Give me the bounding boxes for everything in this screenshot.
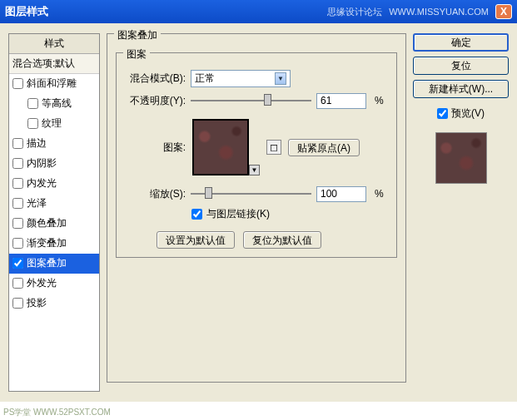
reset-button[interactable]: 复位 bbox=[413, 57, 509, 75]
new-style-button[interactable]: 新建样式(W)... bbox=[413, 80, 509, 98]
center-panel: 图案叠加 图案 混合模式(B): 正常 ▼ 不透明度(Y): 6 bbox=[107, 33, 406, 392]
style-item-11[interactable]: 投影 bbox=[9, 294, 99, 314]
style-label-1: 等高线 bbox=[42, 96, 72, 111]
style-label-4: 内阴影 bbox=[27, 156, 57, 170]
style-item-0[interactable]: 斜面和浮雕 bbox=[9, 74, 99, 94]
preview-label: 预览(V) bbox=[451, 106, 485, 121]
footer-watermark: PS学堂 WWW.52PSXT.COM bbox=[3, 407, 111, 418]
watermark-text-1: 思缘设计论坛 bbox=[327, 6, 382, 18]
scale-slider[interactable] bbox=[191, 185, 311, 202]
pattern-flyout-button[interactable]: ▼ bbox=[249, 165, 260, 175]
style-checkbox-3[interactable] bbox=[12, 138, 23, 149]
title-bar: 图层样式 思缘设计论坛 WWW.MISSYUAN.COM X bbox=[0, 0, 517, 23]
style-item-10[interactable]: 外发光 bbox=[9, 274, 99, 294]
close-icon: X bbox=[500, 6, 507, 17]
style-label-7: 颜色叠加 bbox=[27, 216, 67, 230]
style-item-7[interactable]: 颜色叠加 bbox=[9, 214, 99, 234]
blend-mode-select[interactable]: 正常 ▼ bbox=[191, 70, 291, 87]
opacity-input[interactable]: 61 bbox=[316, 93, 366, 109]
snap-origin-icon-button[interactable]: ◻ bbox=[266, 140, 281, 155]
style-item-1[interactable]: 等高线 bbox=[9, 94, 99, 114]
close-button[interactable]: X bbox=[495, 4, 512, 19]
style-item-4[interactable]: 内阴影 bbox=[9, 154, 99, 174]
style-label-5: 内发光 bbox=[27, 176, 57, 190]
style-checkbox-4[interactable] bbox=[12, 158, 23, 169]
dialog-title: 图层样式 bbox=[5, 4, 48, 19]
style-item-2[interactable]: 纹理 bbox=[9, 114, 99, 134]
style-checkbox-10[interactable] bbox=[12, 278, 23, 289]
style-checkbox-11[interactable] bbox=[12, 298, 23, 309]
pattern-swatch[interactable] bbox=[192, 119, 249, 175]
blend-mode-value: 正常 bbox=[195, 72, 215, 86]
blend-options-row[interactable]: 混合选项:默认 bbox=[9, 54, 99, 74]
style-label-10: 外发光 bbox=[27, 276, 57, 290]
scale-input[interactable]: 100 bbox=[316, 186, 366, 202]
pattern-label: 图案: bbox=[123, 141, 186, 155]
opacity-slider[interactable] bbox=[191, 92, 311, 109]
preview-swatch bbox=[435, 132, 487, 184]
style-label-3: 描边 bbox=[27, 136, 47, 151]
scale-percent: % bbox=[375, 188, 384, 200]
pattern-subgroup: 图案 混合模式(B): 正常 ▼ 不透明度(Y): 61 % bbox=[116, 52, 397, 258]
style-checkbox-0[interactable] bbox=[12, 78, 23, 89]
chevron-down-icon: ▼ bbox=[275, 72, 286, 85]
blend-mode-label: 混合模式(B): bbox=[123, 72, 186, 86]
link-with-layer-label: 与图层链接(K) bbox=[206, 207, 270, 221]
reset-default-button[interactable]: 复位为默认值 bbox=[243, 231, 321, 249]
subgroup-legend: 图案 bbox=[123, 47, 150, 62]
scale-label: 缩放(S): bbox=[123, 187, 186, 201]
right-panel: 确定 复位 新建样式(W)... 预览(V) bbox=[413, 33, 509, 392]
style-label-0: 斜面和浮雕 bbox=[27, 77, 77, 91]
styles-header[interactable]: 样式 bbox=[9, 34, 99, 54]
opacity-percent: % bbox=[375, 95, 384, 106]
style-checkbox-7[interactable] bbox=[12, 218, 23, 229]
style-item-8[interactable]: 渐变叠加 bbox=[9, 234, 99, 254]
style-label-11: 投影 bbox=[27, 296, 47, 310]
style-checkbox-9[interactable] bbox=[12, 258, 23, 269]
style-checkbox-8[interactable] bbox=[12, 238, 23, 249]
style-checkbox-5[interactable] bbox=[12, 178, 23, 189]
style-checkbox-1[interactable] bbox=[27, 98, 38, 109]
group-legend: 图案叠加 bbox=[114, 28, 161, 42]
preview-checkbox[interactable] bbox=[437, 108, 448, 119]
snap-origin-button[interactable]: 贴紧原点(A) bbox=[288, 139, 360, 156]
link-with-layer-checkbox[interactable] bbox=[191, 209, 202, 220]
style-item-6[interactable]: 光泽 bbox=[9, 194, 99, 214]
style-item-9[interactable]: 图案叠加 bbox=[9, 254, 99, 274]
ok-button[interactable]: 确定 bbox=[413, 33, 509, 52]
make-default-button[interactable]: 设置为默认值 bbox=[157, 231, 235, 249]
style-item-5[interactable]: 内发光 bbox=[9, 174, 99, 194]
styles-list: 斜面和浮雕等高线纹理描边内阴影内发光光泽颜色叠加渐变叠加图案叠加外发光投影 bbox=[9, 74, 99, 391]
styles-panel: 样式 混合选项:默认 斜面和浮雕等高线纹理描边内阴影内发光光泽颜色叠加渐变叠加图… bbox=[8, 33, 100, 392]
style-label-9: 图案叠加 bbox=[27, 256, 67, 270]
style-checkbox-2[interactable] bbox=[27, 118, 38, 129]
style-label-8: 渐变叠加 bbox=[27, 236, 67, 250]
opacity-label: 不透明度(Y): bbox=[123, 94, 186, 108]
pattern-overlay-group: 图案叠加 图案 混合模式(B): 正常 ▼ 不透明度(Y): 6 bbox=[107, 33, 406, 383]
style-item-3[interactable]: 描边 bbox=[9, 134, 99, 154]
style-label-2: 纹理 bbox=[42, 116, 62, 131]
watermark-text-2: WWW.MISSYUAN.COM bbox=[389, 7, 489, 17]
style-label-6: 光泽 bbox=[27, 196, 47, 210]
style-checkbox-6[interactable] bbox=[12, 198, 23, 209]
